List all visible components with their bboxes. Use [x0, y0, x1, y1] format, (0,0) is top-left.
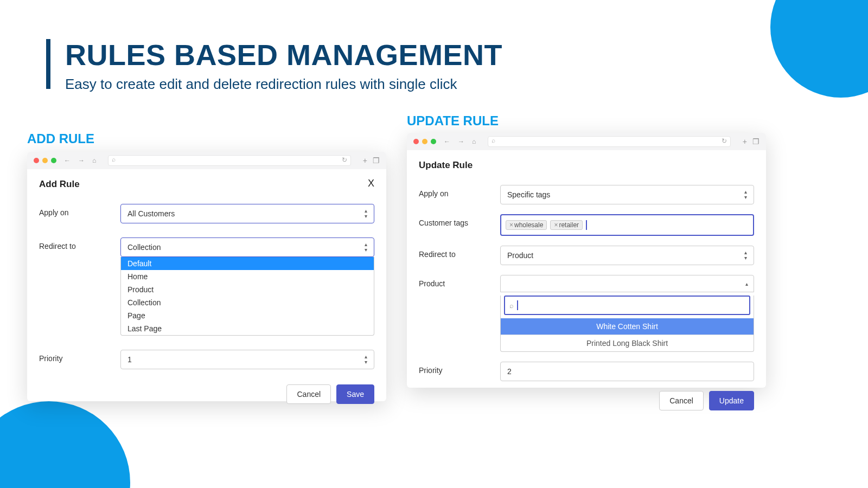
home-icon[interactable]: ⌂ [92, 157, 96, 164]
update-button[interactable]: Update [709, 391, 754, 410]
dropdown-option[interactable]: Collection [121, 296, 374, 309]
redirect-to-label: Redirect to [39, 237, 120, 251]
window-minimize-icon[interactable] [422, 139, 427, 144]
priority-label: Priority [419, 362, 500, 375]
address-bar[interactable]: ↻ [488, 136, 731, 147]
tabs-icon[interactable]: ❐ [752, 137, 760, 146]
customer-tags-input[interactable]: ×wholesale ×retailer [500, 214, 754, 236]
browser-chrome: ← → ⌂ ↻ + ❐ [27, 152, 386, 169]
product-option[interactable]: White Cotten Shirt [501, 318, 754, 335]
section-label-update-rule: UPDATE RULE [407, 113, 499, 129]
text-cursor [586, 220, 587, 230]
modal-title: Update Rule [419, 160, 754, 171]
reload-icon[interactable]: ↻ [722, 137, 727, 145]
chevron-updown-icon: ▴▾ [365, 242, 367, 253]
browser-chrome: ← → ⌂ ↻ + ❐ [407, 133, 766, 150]
update-rule-panel: ← → ⌂ ↻ + ❐ Update Rule Apply on Specifi… [407, 133, 766, 388]
window-close-icon[interactable] [34, 158, 39, 163]
cancel-button[interactable]: Cancel [659, 391, 704, 410]
window-close-icon[interactable] [413, 139, 419, 144]
forward-icon[interactable]: → [458, 138, 464, 145]
back-icon[interactable]: ← [444, 138, 450, 145]
redirect-to-select[interactable]: Collection ▴▾ [120, 237, 374, 257]
redirect-to-label: Redirect to [419, 246, 500, 259]
priority-input[interactable] [500, 362, 754, 381]
back-icon[interactable]: ← [64, 157, 71, 164]
redirect-to-value: Collection [127, 243, 161, 252]
customer-tags-label: Customer tags [419, 214, 500, 227]
home-icon[interactable]: ⌂ [472, 138, 476, 145]
chevron-updown-icon: ▴▾ [744, 189, 747, 200]
forward-icon[interactable]: → [78, 157, 85, 164]
priority-input[interactable]: 1 ▴▾ [120, 350, 374, 369]
window-zoom-icon[interactable] [431, 139, 436, 144]
apply-on-select[interactable]: Specific tags ▴▾ [500, 185, 754, 204]
reload-icon[interactable]: ↻ [342, 156, 347, 164]
page-subtitle: Easy to create edit and delete redirecti… [65, 76, 457, 93]
product-select[interactable]: ▴ [500, 275, 754, 292]
apply-on-value: All Customers [127, 209, 175, 218]
save-button[interactable]: Save [336, 384, 374, 404]
dropdown-option[interactable]: Home [121, 270, 374, 283]
window-zoom-icon[interactable] [51, 158, 56, 163]
apply-on-label: Apply on [419, 185, 500, 198]
priority-value: 1 [127, 355, 132, 364]
decorative-blob-top-right [770, 0, 868, 98]
tag-chip[interactable]: ×retailer [550, 220, 583, 230]
new-tab-icon[interactable]: + [743, 137, 747, 146]
remove-tag-icon[interactable]: × [509, 221, 513, 229]
chevron-updown-icon: ▴▾ [365, 354, 367, 365]
redirect-to-dropdown: Default Home Product Collection Page Las… [120, 257, 374, 336]
accent-bar [46, 39, 50, 89]
product-label: Product [419, 275, 500, 288]
dropdown-option[interactable]: Last Page [121, 322, 374, 335]
redirect-to-value: Product [507, 251, 533, 260]
new-tab-icon[interactable]: + [363, 156, 367, 165]
redirect-to-select[interactable]: Product ▴▾ [500, 246, 754, 265]
product-search-input[interactable]: ⌕ [504, 296, 750, 315]
search-icon: ⌕ [509, 301, 514, 310]
dropdown-option[interactable]: Page [121, 309, 374, 322]
modal-title: Add Rule [39, 179, 374, 190]
add-rule-panel: ← → ⌂ ↻ + ❐ Add Rule X Apply on All Cust… [27, 152, 386, 401]
tag-chip[interactable]: ×wholesale [506, 220, 547, 230]
text-cursor [517, 300, 518, 310]
window-minimize-icon[interactable] [42, 158, 48, 163]
remove-tag-icon[interactable]: × [554, 221, 558, 229]
chevron-updown-icon: ▴▾ [744, 250, 747, 261]
apply-on-select[interactable]: All Customers ▴▾ [120, 204, 374, 223]
close-icon[interactable]: X [368, 178, 374, 189]
apply-on-value: Specific tags [507, 190, 550, 199]
dropdown-option[interactable]: Product [121, 283, 374, 296]
dropdown-option[interactable]: Default [121, 257, 374, 270]
page-title: RULES BASED MANAGEMENT [65, 38, 502, 72]
product-dropdown: ⌕ White Cotten Shirt Printed Long Black … [500, 296, 754, 352]
tabs-icon[interactable]: ❐ [373, 156, 380, 165]
section-label-add-rule: ADD RULE [27, 131, 94, 146]
address-bar[interactable]: ↻ [108, 155, 351, 166]
cancel-button[interactable]: Cancel [286, 384, 331, 404]
chevron-updown-icon: ▴▾ [365, 208, 367, 219]
apply-on-label: Apply on [39, 204, 120, 217]
decorative-blob-bottom-left [0, 401, 130, 488]
product-option[interactable]: Printed Long Black Shirt [501, 335, 754, 351]
priority-label: Priority [39, 350, 120, 363]
